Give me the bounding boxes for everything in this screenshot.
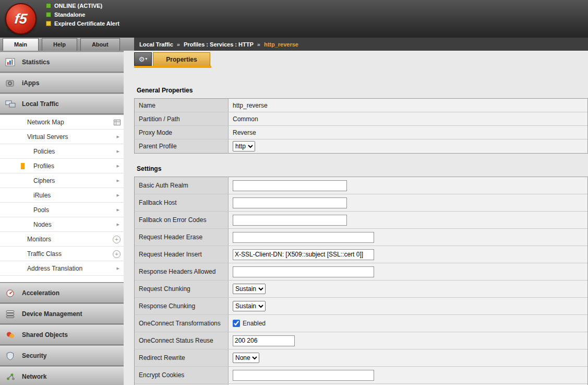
oneconnect-transformations-checkbox[interactable] [233, 320, 240, 327]
local-traffic-submenu: Network MapVirtual Servers▶Policies▶Prof… [0, 115, 124, 282]
general-properties-title: General Properties [137, 87, 588, 94]
sidebar-item-pools[interactable]: Pools▶ [0, 203, 124, 217]
iapps-icon [4, 79, 18, 88]
row-value: Reverse [229, 126, 587, 139]
expand-arrow-icon: ▶ [117, 223, 119, 227]
nav-tab-row: MainHelpAbout [0, 38, 134, 51]
status-indicator-icon [46, 21, 51, 26]
sidebar-section-statistics[interactable]: Statistics [0, 52, 124, 72]
f5-logo-text: f5 [14, 11, 28, 27]
status-label: Expired Certificate Alert [54, 20, 119, 27]
partition-path-value: Common [233, 115, 258, 123]
response-chunking-select[interactable]: Sustain [233, 301, 266, 311]
sidebar-section-label: Device Management [22, 310, 82, 318]
sidebar-section-security[interactable]: Security [0, 346, 124, 366]
sidebar-item-irules[interactable]: iRules▶ [0, 188, 124, 203]
sidebar-item-ciphers[interactable]: Ciphers▶ [0, 173, 124, 188]
row-label: Request Chunking [135, 281, 229, 297]
table-row-request-header-insert: Request Header Insert [135, 246, 587, 263]
basic-auth-realm-input[interactable] [233, 180, 347, 191]
sidebar-section-network[interactable]: Network [0, 367, 124, 385]
sidebar-section-device-management[interactable]: Device Management [0, 304, 124, 324]
request-header-erase-input[interactable] [233, 232, 374, 243]
status-item: Standalone [46, 11, 119, 18]
sidebar-item-virtual-servers[interactable]: Virtual Servers▶ [0, 130, 124, 144]
sidebar-section-label: iApps [22, 79, 39, 87]
row-label: Fallback on Error Codes [135, 212, 229, 228]
sidebar-section-local-traffic[interactable]: Local Traffic [0, 94, 124, 114]
sidebar-section-acceleration[interactable]: Acceleration [0, 283, 124, 303]
gear-menu-button[interactable]: ⚙ ▾ [134, 52, 152, 66]
expand-arrow-icon: ▶ [117, 149, 119, 154]
sidebar-item-monitors[interactable]: Monitors+ [0, 232, 124, 247]
sidebar-item-nodes[interactable]: Nodes▶ [0, 217, 124, 232]
parent-profile-select[interactable]: http [233, 141, 255, 151]
oneconnect-status-reuse-input[interactable] [233, 335, 295, 346]
sidebar-section-label: Statistics [22, 59, 50, 66]
sidebar-section-shared-objects[interactable]: Shared Objects [0, 325, 124, 345]
sidebar-item-address-translation[interactable]: Address Translation▶ [0, 261, 124, 276]
sidebar-item-policies[interactable]: Policies▶ [0, 144, 124, 159]
expand-arrow-icon: ▶ [117, 179, 119, 183]
row-value [229, 194, 587, 211]
settings-title: Settings [137, 165, 588, 172]
row-label: Name [135, 99, 229, 112]
breadcrumb-link[interactable]: Local Traffic [139, 41, 173, 48]
status-item: ONLINE (ACTIVE) [46, 2, 119, 9]
tab-about[interactable]: About [80, 38, 120, 51]
selected-item-marker [21, 163, 25, 169]
table-row-oneconnect-transformations: OneConnect TransformationsEnabled [135, 315, 587, 332]
expand-arrow-icon: ▶ [117, 193, 119, 197]
redirect-rewrite-select[interactable]: None [233, 353, 259, 363]
tab-help[interactable]: Help [42, 38, 77, 51]
sidebar-item-network-map[interactable]: Network Map [0, 115, 124, 130]
row-label: Request Header Erase [135, 229, 229, 246]
breadcrumb: Local Traffic»Profiles : Services : HTTP… [134, 38, 588, 51]
network-icon [4, 372, 18, 381]
tab-main[interactable]: Main [3, 38, 39, 51]
sidebar-section-iapps[interactable]: iApps [0, 73, 124, 93]
sidebar-item-traffic-class[interactable]: Traffic Class+ [0, 247, 124, 261]
row-label: OneConnect Transformations [135, 315, 229, 332]
sidebar-section-label: Acceleration [22, 289, 59, 297]
row-value [229, 177, 587, 194]
row-value [229, 229, 587, 246]
row-label: Request Header Insert [135, 246, 229, 263]
response-headers-allowed-input[interactable] [233, 266, 374, 277]
profile-toolbar: ⚙ ▾ Properties [134, 52, 588, 66]
request-header-insert-input[interactable] [233, 249, 374, 260]
sidebar-item-label: Traffic Class [27, 250, 62, 258]
status-indicator-icon [46, 12, 51, 17]
active-tab-underline [134, 66, 211, 68]
f5-logo[interactable]: f5 [5, 3, 37, 34]
table-row-name: Namehttp_reverse [135, 99, 587, 112]
sidebar-section-label: Network [22, 373, 46, 380]
add-icon[interactable]: + [113, 236, 121, 243]
row-label: Response Headers Allowed [135, 263, 229, 280]
status-item: Expired Certificate Alert [46, 20, 119, 27]
fallback-on-error-codes-input[interactable] [233, 215, 347, 226]
table-row-fallback-host: Fallback Host [135, 194, 587, 212]
table-row-partition-path: Partition / PathCommon [135, 112, 587, 126]
row-value [229, 332, 587, 349]
chevron-down-icon: ▾ [145, 57, 147, 61]
row-value: Enabled [229, 315, 587, 332]
sidebar-nav: StatisticsiAppsLocal TrafficNetwork MapV… [0, 51, 124, 385]
add-icon[interactable]: + [113, 250, 121, 258]
row-label: Fallback Host [135, 194, 229, 211]
request-chunking-select[interactable]: Sustain [233, 284, 266, 294]
encrypt-cookies-input[interactable] [233, 370, 374, 381]
breadcrumb-separator: » [177, 41, 180, 48]
breadcrumb-link[interactable]: Profiles : Services : HTTP [184, 41, 254, 48]
sidebar-section-label: Shared Objects [22, 331, 68, 339]
tab-properties[interactable]: Properties [153, 52, 210, 66]
table-row-response-headers-allowed: Response Headers Allowed [135, 263, 587, 281]
device-status-list: ONLINE (ACTIVE)StandaloneExpired Certifi… [46, 2, 119, 27]
row-value: None [229, 349, 587, 366]
expand-arrow-icon: ▶ [117, 266, 119, 271]
row-label: Response Chunking [135, 298, 229, 314]
fallback-host-input[interactable] [233, 197, 347, 208]
sidebar-item-profiles[interactable]: Profiles▶ [0, 159, 124, 173]
local-traffic-icon [4, 100, 18, 109]
sidebar-item-label: iRules [33, 192, 51, 199]
